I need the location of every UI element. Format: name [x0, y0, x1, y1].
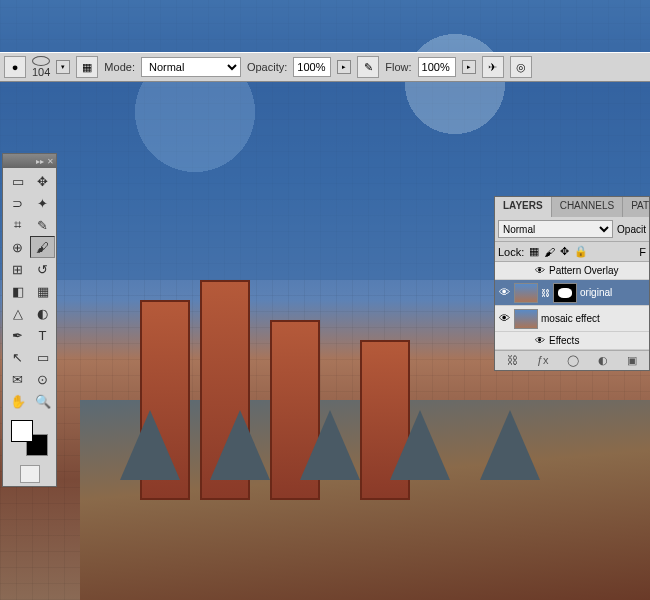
dodge-tool[interactable]: ◐ — [30, 302, 55, 324]
lock-all-icon[interactable]: 🔒 — [574, 245, 588, 258]
type-tool[interactable]: T — [30, 324, 55, 346]
layer-name: mosaic effect — [541, 313, 600, 324]
lock-pixels-icon[interactable]: 🖌 — [544, 246, 555, 258]
foreground-color-swatch[interactable] — [11, 420, 33, 442]
tab-paths[interactable]: PATHS — [623, 197, 650, 217]
layer-thumb-icon[interactable] — [514, 309, 538, 329]
layer-row-mosaic[interactable]: 👁 mosaic effect — [495, 306, 649, 332]
brush-panel-toggle-icon[interactable]: ▦ — [76, 56, 98, 78]
fx-icon[interactable]: ƒx — [537, 354, 549, 367]
flow-input[interactable] — [418, 57, 456, 77]
gradient-tool[interactable]: ▦ — [30, 280, 55, 302]
heal-tool[interactable]: ⊕ — [5, 236, 30, 258]
eye-icon[interactable]: 👁 — [535, 335, 545, 346]
opacity-label: Opacity: — [247, 61, 287, 73]
collapse-icon[interactable]: ▸▸ — [36, 157, 44, 166]
link-icon: ⛓ — [541, 288, 550, 298]
layer-name: original — [580, 287, 612, 298]
blend-mode-select[interactable]: Normal — [141, 57, 241, 77]
quick-mask-toggle[interactable] — [3, 462, 56, 486]
eye-icon[interactable]: 👁 — [535, 265, 545, 276]
effect-name: Pattern Overlay — [549, 265, 618, 276]
adjustment-icon[interactable]: ◐ — [598, 354, 608, 367]
layers-footer: ⛓ ƒx ◯ ◐ ▣ — [495, 350, 649, 370]
lasso-tool[interactable]: ⊃ — [5, 192, 30, 214]
flow-flyout-icon[interactable]: ▸ — [462, 60, 476, 74]
lock-label: Lock: — [498, 246, 524, 258]
blur-tool[interactable]: △ — [5, 302, 30, 324]
path-select-tool[interactable]: ↖ — [5, 346, 30, 368]
brush-preset-icon[interactable]: ● — [4, 56, 26, 78]
hand-tool[interactable]: ✋ — [5, 390, 30, 412]
tools-panel-header[interactable]: ▸▸✕ — [3, 154, 56, 168]
pen-tool[interactable]: ✒ — [5, 324, 30, 346]
mask-icon[interactable]: ◯ — [567, 354, 579, 367]
options-bar: ● 104 ▾ ▦ Mode: Normal Opacity: ▸ ✎ Flow… — [0, 52, 650, 82]
layer-blend-mode-select[interactable]: Normal — [498, 220, 613, 238]
eye-icon[interactable]: 👁 — [497, 312, 511, 326]
opacity-flyout-icon[interactable]: ▸ — [337, 60, 351, 74]
crop-tool[interactable]: ⌗ — [5, 214, 30, 236]
layer-row-original[interactable]: 👁 ⛓ original — [495, 280, 649, 306]
layer-opacity-label: Opacit — [617, 224, 646, 235]
color-sampler-tool[interactable]: ⊙ — [30, 368, 55, 390]
link-layers-icon[interactable]: ⛓ — [507, 354, 518, 367]
brush-preview-icon[interactable] — [32, 56, 50, 66]
layer-effects-row[interactable]: 👁 Effects — [495, 332, 649, 350]
layers-list: 👁 Pattern Overlay 👁 ⛓ original 👁 mosaic … — [495, 262, 649, 350]
opacity-input[interactable] — [293, 57, 331, 77]
zoom-tool[interactable]: 🔍 — [30, 390, 55, 412]
tab-layers[interactable]: LAYERS — [495, 197, 552, 217]
lock-position-icon[interactable]: ✥ — [560, 245, 569, 258]
fill-label: F — [639, 246, 646, 258]
eraser-tool[interactable]: ◧ — [5, 280, 30, 302]
layers-panel: LAYERS CHANNELS PATHS Normal Opacit Lock… — [494, 196, 650, 371]
tools-panel: ▸▸✕ ▭ ✥ ⊃ ✦ ⌗ ✎ ⊕ 🖌 ⊞ ↺ ◧ ▦ △ ◐ ✒ T ↖ ▭ … — [2, 153, 57, 487]
wand-tool[interactable]: ✦ — [30, 192, 55, 214]
layer-effect-row[interactable]: 👁 Pattern Overlay — [495, 262, 649, 280]
notes-tool[interactable]: ✉ — [5, 368, 30, 390]
airbrush-icon[interactable]: ✈ — [482, 56, 504, 78]
brush-tool[interactable]: 🖌 — [30, 236, 55, 258]
tablet-size-icon[interactable]: ◎ — [510, 56, 532, 78]
history-brush-tool[interactable]: ↺ — [30, 258, 55, 280]
eyedropper-tool[interactable]: ✎ — [30, 214, 55, 236]
layer-thumb-icon[interactable] — [514, 283, 538, 303]
effects-label: Effects — [549, 335, 579, 346]
flow-label: Flow: — [385, 61, 411, 73]
shape-tool[interactable]: ▭ — [30, 346, 55, 368]
close-icon[interactable]: ✕ — [47, 157, 54, 166]
group-icon[interactable]: ▣ — [627, 354, 637, 367]
lock-transparency-icon[interactable]: ▦ — [529, 245, 539, 258]
move-tool[interactable]: ✥ — [30, 170, 55, 192]
tablet-opacity-icon[interactable]: ✎ — [357, 56, 379, 78]
mode-label: Mode: — [104, 61, 135, 73]
color-swatch — [7, 418, 52, 458]
stamp-tool[interactable]: ⊞ — [5, 258, 30, 280]
marquee-tool[interactable]: ▭ — [5, 170, 30, 192]
eye-icon[interactable]: 👁 — [497, 286, 511, 300]
tab-channels[interactable]: CHANNELS — [552, 197, 623, 217]
brush-flyout-icon[interactable]: ▾ — [56, 60, 70, 74]
brush-size-value: 104 — [32, 66, 50, 78]
layer-mask-thumb-icon[interactable] — [553, 283, 577, 303]
